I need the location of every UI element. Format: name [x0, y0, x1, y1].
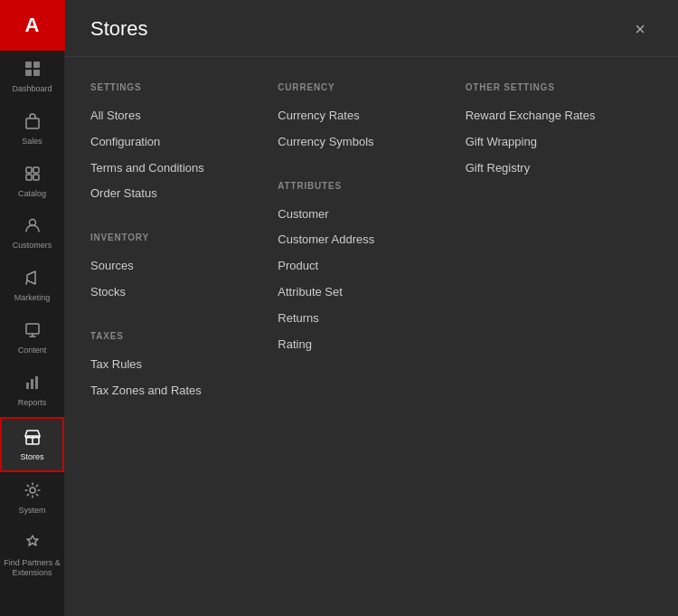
sidebar-item-label-content: Content	[18, 346, 47, 355]
svg-rect-6	[33, 167, 39, 173]
section-title-0-2: TAXES	[90, 331, 278, 341]
menu-section-1-1: ATTRIBUTESCustomerCustomer AddressProduc…	[278, 181, 465, 358]
menu-link-sources[interactable]: Sources	[90, 253, 278, 280]
stores-icon	[24, 428, 42, 449]
sidebar-item-stores[interactable]: Stores	[0, 417, 64, 473]
menu-link-customer-address[interactable]: Customer Address	[278, 227, 465, 253]
menu-link-gift-registry[interactable]: Gift Registry	[466, 156, 653, 182]
svg-rect-5	[26, 167, 32, 173]
section-title-1-0: CURRENCY	[278, 82, 465, 92]
sidebar-item-content[interactable]: Content	[0, 312, 64, 365]
sidebar-item-sales[interactable]: Sales	[0, 103, 64, 156]
svg-rect-12	[31, 379, 33, 389]
sidebar-item-dashboard[interactable]: Dashboard	[0, 51, 64, 103]
menu-link-returns[interactable]: Returns	[278, 306, 465, 332]
sidebar: A Dashboard Sales Catalog Customers Mark…	[0, 0, 65, 616]
app-logo: A	[25, 14, 40, 37]
find-partners-icon	[24, 534, 42, 554]
menu-link-order-status[interactable]: Order Status	[90, 181, 278, 207]
dashboard-icon	[24, 60, 42, 81]
sidebar-item-label-find-partners: Find Partners & Extensions	[4, 558, 61, 578]
sidebar-item-label-marketing: Marketing	[14, 293, 51, 303]
menu-link-reward-exchange-rates[interactable]: Reward Exchange Rates	[466, 103, 653, 129]
sidebar-item-customers[interactable]: Customers	[0, 207, 64, 260]
svg-rect-7	[26, 175, 32, 180]
menu-section-1-0: CURRENCYCurrency RatesCurrency Symbols	[278, 82, 465, 156]
main-header: Stores ×	[65, 0, 678, 57]
sidebar-item-marketing[interactable]: Marketing	[0, 260, 64, 312]
svg-rect-3	[33, 70, 40, 76]
sidebar-item-label-stores: Stores	[20, 452, 43, 462]
page-title: Stores	[90, 17, 148, 41]
menu-link-customer[interactable]: Customer	[278, 202, 465, 228]
svg-rect-11	[26, 383, 29, 389]
customers-icon	[24, 216, 42, 237]
menu-link-configuration[interactable]: Configuration	[90, 129, 278, 156]
menu-column-0: SETTINGSAll StoresConfigurationTerms and…	[90, 82, 278, 591]
svg-rect-8	[33, 175, 39, 180]
menu-link-currency-symbols[interactable]: Currency Symbols	[278, 129, 465, 156]
menu-section-0-1: INVENTORYSourcesStocks	[90, 232, 278, 306]
menu-section-0-2: TAXESTax RulesTax Zones and Rates	[90, 331, 278, 404]
section-title-0-0: SETTINGS	[90, 82, 278, 92]
menu-link-stocks[interactable]: Stocks	[90, 280, 278, 306]
sidebar-item-label-customers: Customers	[13, 241, 52, 251]
catalog-icon	[24, 165, 42, 185]
logo-area[interactable]: A	[0, 0, 65, 51]
sidebar-item-system[interactable]: System	[0, 472, 64, 525]
marketing-icon	[24, 269, 42, 289]
main-content: Stores × SETTINGSAll StoresConfiguration…	[65, 0, 678, 616]
menu-link-gift-wrapping[interactable]: Gift Wrapping	[466, 129, 653, 156]
section-title-2-0: OTHER SETTINGS	[466, 82, 653, 92]
svg-rect-0	[25, 62, 32, 68]
menu-link-tax-rules[interactable]: Tax Rules	[90, 352, 278, 378]
svg-rect-4	[26, 118, 39, 128]
menu-link-product[interactable]: Product	[278, 253, 465, 280]
sidebar-item-label-catalog: Catalog	[18, 189, 46, 199]
svg-point-15	[30, 488, 35, 493]
nav-items: Dashboard Sales Catalog Customers Market…	[0, 51, 64, 616]
menu-grid: SETTINGSAll StoresConfigurationTerms and…	[65, 57, 678, 616]
sidebar-item-reports[interactable]: Reports	[0, 365, 64, 417]
sidebar-item-label-reports: Reports	[18, 398, 47, 408]
menu-section-2-0: OTHER SETTINGSReward Exchange RatesGift …	[466, 82, 653, 181]
svg-rect-13	[35, 376, 38, 389]
menu-link-tax-zones-and-rates[interactable]: Tax Zones and Rates	[90, 378, 278, 404]
sales-icon	[24, 112, 42, 133]
reports-icon	[24, 374, 42, 394]
menu-link-currency-rates[interactable]: Currency Rates	[278, 103, 465, 129]
section-title-1-1: ATTRIBUTES	[278, 181, 465, 191]
svg-rect-10	[26, 324, 39, 334]
system-icon	[24, 481, 42, 502]
menu-column-1: CURRENCYCurrency RatesCurrency SymbolsAT…	[278, 82, 465, 591]
menu-link-all-stores[interactable]: All Stores	[90, 103, 278, 129]
sidebar-item-label-system: System	[18, 506, 45, 516]
sidebar-item-label-sales: Sales	[22, 137, 42, 147]
svg-rect-2	[25, 70, 32, 76]
content-icon	[24, 321, 42, 342]
menu-link-attribute-set[interactable]: Attribute Set	[278, 280, 465, 306]
sidebar-item-label-dashboard: Dashboard	[12, 84, 52, 94]
sidebar-item-catalog[interactable]: Catalog	[0, 156, 64, 208]
menu-link-rating[interactable]: Rating	[278, 332, 465, 358]
svg-rect-1	[33, 62, 40, 68]
menu-section-0-0: SETTINGSAll StoresConfigurationTerms and…	[90, 82, 278, 207]
sidebar-item-find-partners[interactable]: Find Partners & Extensions	[0, 525, 64, 587]
section-title-0-1: INVENTORY	[90, 232, 278, 242]
close-button[interactable]: ×	[627, 16, 653, 42]
menu-column-2: OTHER SETTINGSReward Exchange RatesGift …	[466, 82, 653, 591]
menu-link-terms-and-conditions[interactable]: Terms and Conditions	[90, 156, 278, 182]
